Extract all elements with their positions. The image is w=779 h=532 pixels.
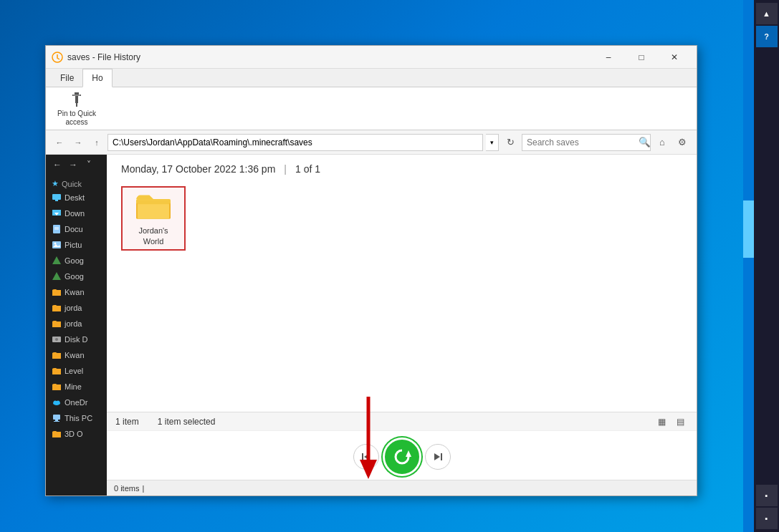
svg-point-14: [54, 243, 57, 245]
back-button[interactable]: ←: [52, 135, 67, 150]
playback-controls: [107, 430, 697, 480]
download-icon: [52, 208, 62, 218]
folder-icon-3: [52, 319, 62, 329]
settings-button[interactable]: ⚙: [674, 134, 691, 151]
sidebar-item-downloads[interactable]: Down: [46, 205, 107, 221]
sidebar-expand-btn[interactable]: ˅: [82, 158, 96, 172]
svg-rect-23: [53, 415, 60, 420]
folder-icon-4: [52, 350, 62, 360]
status-separator: [145, 417, 152, 427]
minimize-button[interactable]: –: [592, 46, 625, 69]
item-count: 1 item: [115, 417, 139, 427]
sidebar-item-google2[interactable]: Goog: [46, 269, 107, 284]
sidebar-back-btn[interactable]: ←: [50, 158, 64, 172]
home-button[interactable]: ⌂: [654, 134, 671, 151]
up-button[interactable]: ↑: [89, 135, 105, 150]
sidebar-item-3d[interactable]: 3D O: [46, 426, 107, 442]
folder-icon-5: [52, 366, 62, 376]
sidebar-item-jorda1[interactable]: jorda: [46, 300, 107, 316]
status-bar: 1 item 1 item selected ▦ ▤: [107, 412, 697, 430]
folder-3d-icon: [52, 429, 62, 439]
svg-rect-7: [55, 200, 58, 201]
svg-rect-5: [73, 95, 80, 96]
sidebar-item-kwan2[interactable]: Kwan: [46, 347, 107, 363]
svg-point-22: [57, 401, 60, 405]
search-input[interactable]: [522, 137, 639, 147]
address-input[interactable]: [107, 134, 483, 151]
address-dropdown-button[interactable]: ▾: [486, 134, 499, 151]
desktop: ▲ ? ▪ ▪ saves - File History – □ ✕ File: [0, 0, 779, 532]
svg-rect-3: [75, 96, 78, 103]
svg-rect-6: [52, 194, 61, 200]
blue-strip-accent: [743, 200, 754, 258]
window-icon: [52, 52, 63, 63]
next-button[interactable]: [425, 444, 451, 470]
view-controls: ▦ ▤: [654, 414, 688, 430]
page-count: 1 of 1: [295, 163, 320, 175]
search-box: 🔍: [522, 134, 651, 151]
window-title: saves - File History: [67, 52, 592, 62]
date-label: Monday, 17 October 2022 1:36 pm: [121, 163, 275, 175]
taskbar-bottom-btn1[interactable]: ▪: [756, 485, 778, 506]
sidebar-item-level[interactable]: Level: [46, 363, 107, 379]
sidebar-item-thispc[interactable]: This PC: [46, 410, 107, 426]
restore-button[interactable]: [385, 440, 419, 474]
large-icons-view-button[interactable]: ▤: [672, 414, 688, 430]
sidebar-nav: ← → ˅: [46, 155, 107, 175]
svg-rect-29: [138, 200, 169, 204]
taskbar-bottom-btn2[interactable]: ▪: [756, 508, 778, 529]
sidebar-item-documents[interactable]: Docu: [46, 221, 107, 237]
sidebar-item-desktop[interactable]: Deskt: [46, 190, 107, 205]
drive-icon-2: [52, 271, 62, 281]
file-item-jordans-world[interactable]: Jordan'sWorld: [121, 186, 186, 251]
close-button[interactable]: ✕: [658, 46, 691, 69]
tab-home[interactable]: Ho: [82, 69, 112, 87]
refresh-button[interactable]: ↻: [502, 134, 519, 151]
right-taskbar: ▲ ? ▪ ▪: [754, 0, 779, 532]
date-separator: |: [284, 163, 287, 175]
pin-to-quick-access-button[interactable]: Pin to Quickaccess: [52, 88, 102, 130]
sidebar-forward-btn[interactable]: →: [66, 158, 80, 172]
selected-count: 1 item selected: [158, 417, 216, 427]
maximize-button[interactable]: □: [625, 46, 658, 69]
svg-marker-31: [364, 453, 370, 460]
details-view-button[interactable]: ▦: [654, 414, 669, 430]
quick-access-label: ★ Quick: [46, 175, 107, 190]
address-bar: ← → ↑ ▾ ↻ 🔍 ⌂ ⚙: [46, 130, 697, 155]
ribbon-tabs: File Ho: [46, 69, 697, 87]
bottom-item-count: 0 items: [114, 484, 139, 493]
ribbon-content: Pin to Quickaccess: [46, 87, 697, 130]
sidebar-item-onedrive[interactable]: OneDr: [46, 395, 107, 410]
sidebar-item-mine[interactable]: Mine: [46, 379, 107, 395]
tab-file[interactable]: File: [52, 69, 82, 87]
blue-strip-decoration: [743, 0, 754, 532]
main-content: ← → ˅ ★ Quick Deskt: [46, 155, 697, 495]
svg-rect-24: [55, 420, 58, 421]
svg-marker-16: [52, 256, 61, 264]
sidebar-item-kwan[interactable]: Kwan: [46, 284, 107, 300]
sidebar-item-disk[interactable]: Disk D: [46, 332, 107, 347]
disk-icon: [52, 334, 62, 344]
search-icon-button[interactable]: 🔍: [639, 134, 651, 151]
taskbar-top-btn[interactable]: ▲: [756, 3, 778, 24]
svg-rect-25: [54, 421, 59, 422]
svg-rect-33: [441, 453, 442, 460]
drive-icon: [52, 256, 62, 266]
folder-icon: [52, 287, 62, 297]
sidebar-item-google1[interactable]: Goog: [46, 253, 107, 269]
taskbar-question-btn[interactable]: ?: [756, 26, 778, 47]
window-bottom-status: 0 items |: [107, 480, 697, 495]
ribbon-area: File Ho Pin to Quickaccess: [46, 69, 697, 130]
sidebar-item-jorda2[interactable]: jorda: [46, 316, 107, 332]
sidebar-item-pictures[interactable]: Pictu: [46, 237, 107, 253]
previous-button[interactable]: [353, 444, 379, 470]
pin-icon: [68, 91, 85, 108]
svg-point-19: [55, 338, 58, 341]
svg-rect-1: [75, 92, 79, 95]
svg-rect-30: [362, 453, 363, 460]
window-sidebar: ← → ˅ ★ Quick Deskt: [46, 155, 107, 495]
star-icon: ★: [52, 179, 59, 188]
svg-marker-17: [52, 272, 61, 280]
forward-button[interactable]: →: [70, 135, 86, 150]
picture-icon: [52, 240, 62, 250]
